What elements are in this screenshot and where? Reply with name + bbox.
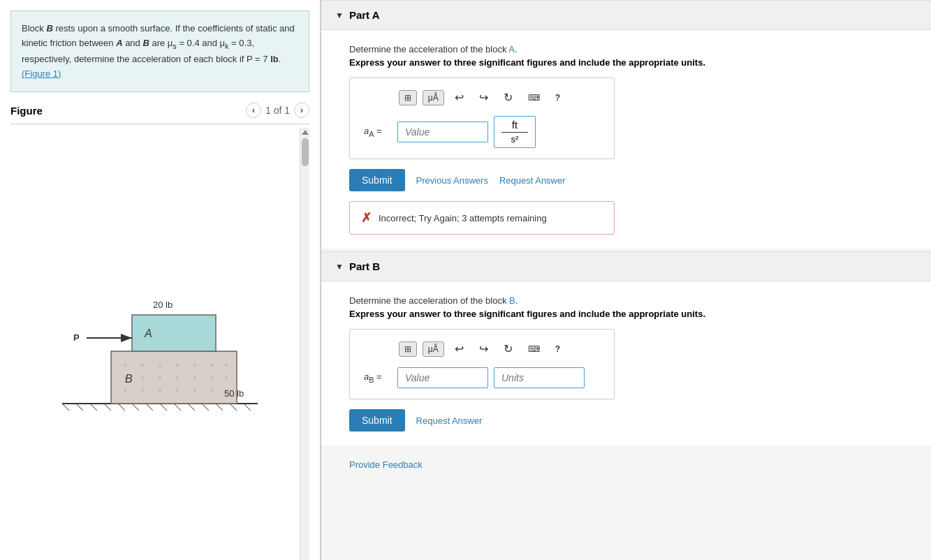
svg-text:50 lb: 50 lb — [224, 388, 244, 399]
part-a-prev-answers-btn[interactable]: Previous Answers — [416, 175, 488, 186]
svg-line-3 — [90, 404, 97, 411]
figure-next-btn[interactable]: › — [294, 103, 309, 118]
mu-tool-btn-b[interactable]: μÅ — [423, 341, 444, 357]
part-b-section: ▼ Part B Determine the acceleration of t… — [321, 251, 931, 445]
part-b-collapse-icon[interactable]: ▼ — [335, 262, 344, 272]
svg-line-9 — [174, 404, 181, 411]
part-a-collapse-icon[interactable]: ▼ — [335, 10, 344, 20]
help-btn-b[interactable]: ? — [550, 342, 565, 356]
part-a-error-box: ✗ Incorrect; Try Again; 3 attempts remai… — [349, 201, 615, 235]
problem-text: Block B rests upon a smooth surface. If … — [10, 10, 309, 92]
figure-nav: ‹ 1 of 1 › — [246, 103, 309, 118]
svg-line-4 — [104, 404, 111, 411]
svg-line-13 — [230, 404, 237, 411]
svg-point-22 — [225, 364, 228, 367]
grid-tool-btn-a[interactable]: ⊞ — [399, 90, 417, 105]
part-a-label: Part A — [349, 9, 380, 21]
part-a-buttons-row: Submit Previous Answers Request Answer — [349, 169, 903, 191]
part-b-buttons-row: Submit Request Answer — [349, 409, 903, 432]
part-a-request-answer-btn[interactable]: Request Answer — [499, 175, 566, 186]
figure-title: Figure — [10, 105, 43, 117]
feedback-section: Provide Feedback — [321, 448, 931, 480]
part-b-value-input[interactable] — [397, 367, 488, 388]
scroll-thumb[interactable] — [302, 138, 309, 166]
part-a-input-container: ⊞ μÅ ↩ ↪ ↻ ⌨ ? aA = — [349, 78, 615, 159]
svg-line-12 — [216, 404, 223, 411]
svg-point-21 — [211, 364, 214, 367]
redo-btn-a[interactable]: ↪ — [474, 89, 493, 106]
svg-line-6 — [132, 404, 139, 411]
svg-text:P: P — [73, 332, 80, 343]
svg-point-29 — [225, 376, 228, 379]
mu-icon-a: μÅ — [428, 93, 439, 103]
part-b-input-container: ⊞ μÅ ↩ ↪ ↻ ⌨ ? aB = — [349, 329, 615, 399]
part-a-unit-fraction[interactable]: ft s² — [494, 116, 536, 148]
figure-canvas: B A 20 lb 50 lb P — [10, 128, 309, 560]
part-b-submit-btn[interactable]: Submit — [349, 409, 405, 432]
grid-icon-b: ⊞ — [404, 344, 411, 354]
part-a-answer-label: aA = — [364, 126, 392, 138]
figure-link[interactable]: (Figure 1) — [22, 68, 61, 79]
part-b-determine: Determine the acceleration of the block … — [349, 295, 903, 306]
part-a-value-input[interactable] — [397, 121, 488, 142]
grid-tool-btn-b[interactable]: ⊞ — [399, 341, 417, 357]
part-b-request-answer-btn[interactable]: Request Answer — [416, 415, 483, 426]
svg-point-20 — [193, 364, 196, 367]
svg-line-8 — [160, 404, 167, 411]
part-a-header: ▼ Part A — [321, 0, 931, 30]
svg-text:A: A — [144, 327, 152, 339]
scroll-up[interactable] — [302, 130, 309, 135]
svg-line-10 — [188, 404, 195, 411]
figure-section: Figure ‹ 1 of 1 › — [0, 103, 320, 560]
figure-diagram: B A 20 lb 50 lb P — [41, 267, 279, 421]
part-b-label: Part B — [349, 260, 380, 272]
keyboard-btn-b[interactable]: ⌨ — [523, 342, 545, 356]
redo-btn-b[interactable]: ↪ — [474, 340, 493, 358]
refresh-btn-a[interactable]: ↻ — [499, 89, 518, 106]
svg-point-30 — [124, 389, 126, 392]
svg-point-26 — [176, 376, 179, 379]
refresh-btn-b[interactable]: ↻ — [499, 340, 518, 358]
part-a-unit-numerator: ft — [501, 119, 528, 133]
undo-btn-a[interactable]: ↩ — [450, 89, 469, 106]
help-btn-a[interactable]: ? — [550, 91, 565, 105]
svg-line-2 — [76, 404, 83, 411]
mu-icon-b: μÅ — [428, 344, 439, 354]
part-a-answer-row: aA = ft s² — [364, 116, 600, 148]
part-b-units-input[interactable] — [494, 367, 585, 388]
part-b-answer-row: aB = — [364, 367, 600, 388]
svg-point-33 — [176, 389, 179, 392]
svg-point-16 — [124, 364, 126, 367]
provide-feedback-link[interactable]: Provide Feedback — [349, 459, 423, 470]
scroll-indicator — [300, 128, 309, 560]
keyboard-btn-a[interactable]: ⌨ — [523, 91, 545, 105]
svg-point-19 — [176, 364, 179, 367]
svg-point-28 — [211, 376, 214, 379]
svg-line-5 — [118, 404, 125, 411]
svg-point-18 — [159, 364, 161, 367]
svg-line-1 — [62, 404, 69, 411]
mu-tool-btn-a[interactable]: μÅ — [423, 90, 444, 105]
part-b-content: Determine the acceleration of the block … — [321, 281, 931, 445]
svg-point-34 — [193, 389, 196, 392]
part-b-header: ▼ Part B — [321, 251, 931, 281]
part-a-determine: Determine the acceleration of the block … — [349, 44, 903, 54]
figure-prev-btn[interactable]: ‹ — [246, 103, 261, 118]
svg-point-17 — [141, 364, 144, 367]
figure-header: Figure ‹ 1 of 1 › — [10, 103, 309, 124]
svg-point-24 — [141, 376, 144, 379]
part-a-content: Determine the acceleration of the block … — [321, 30, 931, 249]
part-a-unit-denominator: s² — [511, 133, 519, 145]
left-panel: Block B rests upon a smooth surface. If … — [0, 0, 321, 560]
part-b-answer-label: aB = — [364, 371, 392, 384]
svg-point-31 — [141, 389, 144, 392]
svg-point-25 — [159, 376, 161, 379]
part-a-submit-btn[interactable]: Submit — [349, 169, 405, 191]
error-x-icon: ✗ — [361, 210, 372, 226]
undo-btn-b[interactable]: ↩ — [450, 340, 469, 358]
part-a-toolbar: ⊞ μÅ ↩ ↪ ↻ ⌨ ? — [364, 89, 600, 106]
part-b-express: Express your answer to three significant… — [349, 309, 903, 319]
svg-line-11 — [202, 404, 209, 411]
svg-text:20 lb: 20 lb — [153, 300, 173, 310]
svg-line-14 — [244, 404, 251, 411]
